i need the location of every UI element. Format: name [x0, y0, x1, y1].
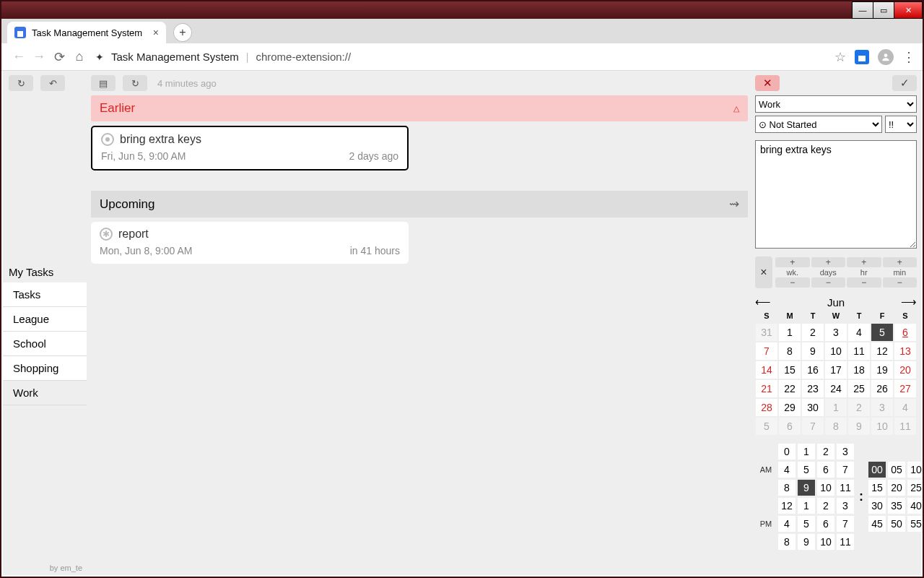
- undo-button[interactable]: ↶: [40, 75, 65, 91]
- calendar-day[interactable]: 9: [801, 342, 824, 361]
- calendar-day[interactable]: 23: [801, 379, 824, 398]
- calendar-day[interactable]: 22: [778, 379, 801, 398]
- hour-cell[interactable]: 2: [816, 497, 835, 514]
- refresh-list-button[interactable]: ↻: [123, 75, 147, 91]
- hour-cell[interactable]: 6: [816, 461, 835, 478]
- bookmark-icon[interactable]: ☆: [834, 49, 846, 65]
- minute-cell[interactable]: 25: [907, 479, 924, 496]
- calendar-day[interactable]: 7: [755, 342, 778, 361]
- increment-button[interactable]: +: [847, 257, 881, 267]
- hour-cell[interactable]: 1: [797, 443, 816, 460]
- calendar-day[interactable]: 13: [894, 342, 917, 361]
- calendar-day[interactable]: 15: [778, 361, 801, 379]
- calendar-day[interactable]: 4: [894, 398, 917, 417]
- hour-cell[interactable]: 7: [836, 461, 855, 478]
- hour-cell[interactable]: 6: [816, 515, 835, 532]
- calendar-day[interactable]: 6: [894, 323, 917, 342]
- hour-cell[interactable]: 4: [777, 461, 796, 478]
- calendar-day[interactable]: 10: [871, 417, 894, 436]
- calendar-day[interactable]: 11: [894, 417, 917, 436]
- calendar-day[interactable]: 30: [801, 398, 824, 417]
- sidebar-item-shopping[interactable]: Shopping: [3, 356, 87, 381]
- minute-cell[interactable]: 40: [907, 497, 924, 514]
- calendar-day[interactable]: 17: [824, 361, 847, 379]
- minute-cell[interactable]: 05: [887, 461, 906, 478]
- minute-cell[interactable]: 10: [907, 461, 924, 478]
- calendar-day[interactable]: 21: [755, 379, 778, 398]
- decrement-button[interactable]: −: [883, 277, 918, 288]
- hour-cell[interactable]: 10: [816, 533, 835, 551]
- close-window-button[interactable]: ✕: [894, 1, 923, 19]
- hour-cell[interactable]: 7: [836, 515, 855, 532]
- minute-cell[interactable]: 50: [887, 515, 906, 532]
- calendar-day[interactable]: 27: [894, 379, 917, 398]
- sidebar-item-work[interactable]: Work: [3, 381, 87, 405]
- calendar-day[interactable]: 11: [847, 342, 871, 361]
- sync-button[interactable]: ↻: [9, 75, 33, 91]
- hour-cell[interactable]: 10: [816, 479, 835, 496]
- calendar-day[interactable]: 19: [871, 361, 894, 379]
- task-card[interactable]: ✱reportMon, Jun 8, 9:00 AMin 41 hours: [91, 222, 409, 264]
- minute-cell[interactable]: 55: [907, 515, 924, 532]
- sidebar-item-school[interactable]: School: [3, 332, 87, 356]
- calendar-day[interactable]: 8: [778, 342, 801, 361]
- hour-cell[interactable]: 11: [836, 479, 855, 496]
- back-button[interactable]: ←: [11, 49, 27, 64]
- url-text[interactable]: chrome-extension://: [256, 51, 834, 63]
- cancel-button[interactable]: ✕: [755, 75, 780, 91]
- increment-button[interactable]: +: [811, 257, 846, 267]
- decrement-button[interactable]: −: [811, 277, 846, 288]
- hour-cell[interactable]: 3: [836, 443, 855, 460]
- calendar-day[interactable]: 1: [824, 398, 847, 417]
- browser-tab[interactable]: Task Management System ×: [7, 22, 166, 43]
- section-earlier[interactable]: Earlier △: [91, 95, 748, 121]
- calendar-day[interactable]: 8: [824, 417, 847, 436]
- hour-cell[interactable]: 2: [816, 443, 835, 460]
- task-text-input[interactable]: [755, 140, 917, 249]
- calendar-day[interactable]: 5: [871, 323, 894, 342]
- calendar-day[interactable]: 2: [801, 323, 824, 342]
- home-button[interactable]: ⌂: [71, 49, 87, 64]
- calendar-day[interactable]: 12: [871, 342, 894, 361]
- calendar-day[interactable]: 1: [778, 323, 801, 342]
- calendar-day[interactable]: 20: [894, 361, 917, 379]
- calendar-day[interactable]: 26: [871, 379, 894, 398]
- hour-cell[interactable]: 5: [797, 461, 816, 478]
- task-card[interactable]: bring extra keysFri, Jun 5, 9:00 AM2 day…: [91, 126, 409, 171]
- minute-cell[interactable]: 20: [887, 479, 906, 496]
- minute-cell[interactable]: 15: [868, 479, 886, 496]
- hour-cell[interactable]: 0: [777, 443, 796, 460]
- hour-cell[interactable]: 1: [797, 497, 816, 514]
- category-select[interactable]: TasksLeagueSchoolShoppingWork: [755, 95, 917, 113]
- calendar-day[interactable]: 24: [824, 379, 847, 398]
- hour-cell[interactable]: 8: [777, 479, 796, 496]
- minute-cell[interactable]: 00: [868, 461, 886, 478]
- hour-cell[interactable]: 12: [777, 497, 796, 514]
- profile-avatar[interactable]: [878, 49, 894, 65]
- minute-cell[interactable]: 30: [868, 497, 886, 514]
- decrement-button[interactable]: −: [847, 277, 881, 288]
- hour-cell[interactable]: 8: [777, 533, 796, 551]
- decrement-button[interactable]: −: [775, 277, 810, 288]
- layout-button[interactable]: ▤: [91, 75, 116, 91]
- status-select[interactable]: ⊙ Not Started: [755, 116, 882, 133]
- increment-button[interactable]: +: [775, 257, 810, 267]
- calendar-day[interactable]: 31: [755, 323, 778, 342]
- calendar-day[interactable]: 6: [778, 417, 801, 436]
- clear-recurrence-button[interactable]: ×: [755, 256, 772, 288]
- forward-button[interactable]: →: [31, 49, 47, 64]
- maximize-button[interactable]: ▭: [873, 1, 894, 19]
- section-upcoming[interactable]: Upcoming ⇝: [91, 191, 748, 217]
- priority-select[interactable]: !!: [885, 116, 917, 133]
- calendar-day[interactable]: 7: [801, 417, 824, 436]
- calendar-day[interactable]: 9: [847, 417, 871, 436]
- calendar-day[interactable]: 3: [824, 323, 847, 342]
- prev-month-button[interactable]: ⟵: [755, 296, 771, 309]
- confirm-button[interactable]: ✓: [892, 75, 917, 91]
- minute-cell[interactable]: 35: [887, 497, 906, 514]
- calendar-day[interactable]: 5: [755, 417, 778, 436]
- hour-cell[interactable]: 4: [777, 515, 796, 532]
- sidebar-item-league[interactable]: League: [3, 307, 87, 332]
- calendar-day[interactable]: 16: [801, 361, 824, 379]
- hour-cell[interactable]: 9: [797, 479, 816, 496]
